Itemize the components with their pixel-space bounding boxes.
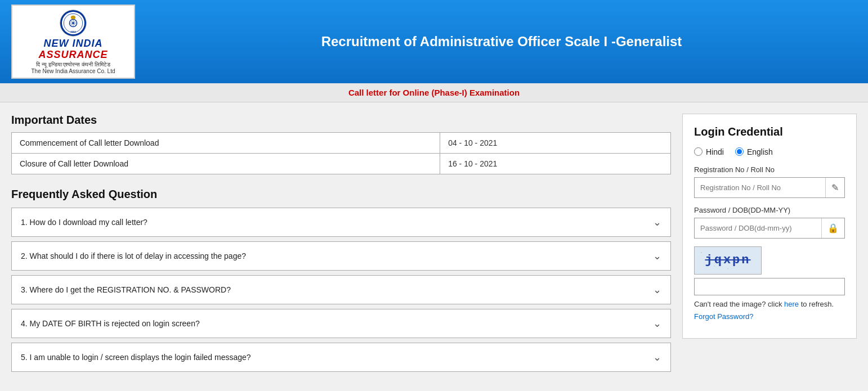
table-row: Closure of Call letter Download 16 - 10 … bbox=[12, 153, 671, 174]
captcha-refresh-link[interactable]: here bbox=[784, 300, 799, 308]
language-selection: Hindi English bbox=[694, 147, 845, 156]
captcha-text: jqxpn bbox=[705, 253, 750, 267]
captcha-input[interactable] bbox=[694, 278, 845, 295]
faq-item-5[interactable]: 5. I am unable to login / screen display… bbox=[11, 343, 671, 372]
edit-icon[interactable]: ✎ bbox=[825, 178, 844, 197]
hindi-label: Hindi bbox=[706, 147, 724, 156]
date-label-1: Commencement of Call letter Download bbox=[12, 132, 440, 153]
logo-box: INDIA NEW INDIA ASSURANCE दि न्यू इन्डिय… bbox=[11, 5, 135, 79]
header-title: Recruitment of Administrative Officer Sc… bbox=[135, 34, 857, 50]
captcha-note-after: to refresh. bbox=[799, 300, 834, 308]
english-radio[interactable] bbox=[735, 147, 744, 156]
faq-item-1[interactable]: 1. How do I download my call letter? ⌄ bbox=[11, 208, 671, 237]
faq-title: Frequently Asked Question bbox=[11, 188, 671, 201]
chevron-down-icon: ⌄ bbox=[653, 216, 661, 228]
logo-title: NEW INDIA ASSURANCE bbox=[18, 38, 128, 61]
faq-question-1: 1. How do I download my call letter? bbox=[21, 218, 147, 227]
faq-item-4[interactable]: 4. My DATE OF BIRTH is rejected on login… bbox=[11, 309, 671, 338]
important-dates-title: Important Dates bbox=[11, 114, 671, 127]
lock-icon[interactable]: 🔒 bbox=[821, 218, 844, 238]
logo-hindi: दि न्यू इन्डिया एश्योरन्स कंपनी लिमिटेड bbox=[36, 61, 110, 68]
date-label-2: Closure of Call letter Download bbox=[12, 153, 440, 174]
table-row: Commencement of Call letter Download 04 … bbox=[12, 132, 671, 153]
date-value-1: 04 - 10 - 2021 bbox=[440, 132, 671, 153]
reg-no-label: Registration No / Roll No bbox=[694, 165, 845, 174]
english-radio-label[interactable]: English bbox=[735, 147, 773, 156]
forgot-password-link[interactable]: Forgot Password? bbox=[694, 312, 754, 321]
faq-item-3[interactable]: 3. Where do I get the REGISTRATION NO. &… bbox=[11, 275, 671, 304]
english-label: English bbox=[747, 147, 773, 156]
page-header: INDIA NEW INDIA ASSURANCE दि न्यू इन्डिय… bbox=[0, 0, 868, 83]
svg-text:INDIA: INDIA bbox=[70, 31, 76, 33]
left-section: Important Dates Commencement of Call let… bbox=[11, 114, 671, 376]
faq-question-3: 3. Where do I get the REGISTRATION NO. &… bbox=[21, 285, 231, 294]
hindi-radio[interactable] bbox=[694, 147, 703, 156]
chevron-down-icon: ⌄ bbox=[653, 250, 661, 262]
svg-point-10 bbox=[72, 16, 75, 17]
chevron-down-icon: ⌄ bbox=[653, 317, 661, 330]
reg-no-input[interactable] bbox=[695, 179, 825, 196]
password-row: 🔒 bbox=[694, 218, 845, 239]
chevron-down-icon: ⌄ bbox=[653, 351, 661, 363]
login-title: Login Credential bbox=[694, 125, 845, 138]
chevron-down-icon: ⌄ bbox=[653, 284, 661, 296]
sub-header-text: Call letter for Online (Phase-I) Examina… bbox=[348, 88, 520, 97]
login-panel: Login Credential Hindi English Registrat… bbox=[682, 114, 857, 339]
logo-english: The New India Assurance Co. Ltd bbox=[32, 68, 115, 74]
faq-item-2[interactable]: 2. What should I do if there is lot of d… bbox=[11, 241, 671, 271]
date-value-2: 16 - 10 - 2021 bbox=[440, 153, 671, 174]
reg-no-row: ✎ bbox=[694, 177, 845, 198]
faq-question-2: 2. What should I do if there is lot of d… bbox=[21, 251, 246, 260]
important-dates-table: Commencement of Call letter Download 04 … bbox=[11, 132, 671, 174]
faq-question-4: 4. My DATE OF BIRTH is rejected on login… bbox=[21, 319, 200, 328]
captcha-image: jqxpn bbox=[694, 246, 762, 275]
captcha-note: Can't read the image? click here to refr… bbox=[694, 300, 845, 308]
password-label: Password / DOB(DD-MM-YY) bbox=[694, 206, 845, 214]
hindi-radio-label[interactable]: Hindi bbox=[694, 147, 724, 156]
captcha-note-before: Can't read the image? click bbox=[694, 300, 784, 308]
logo-emblem: INDIA bbox=[59, 9, 87, 37]
main-content: Important Dates Commencement of Call let… bbox=[0, 102, 868, 388]
password-input[interactable] bbox=[695, 219, 821, 237]
sub-header-bar: Call letter for Online (Phase-I) Examina… bbox=[0, 83, 868, 102]
faq-question-5: 5. I am unable to login / screen display… bbox=[21, 353, 251, 362]
